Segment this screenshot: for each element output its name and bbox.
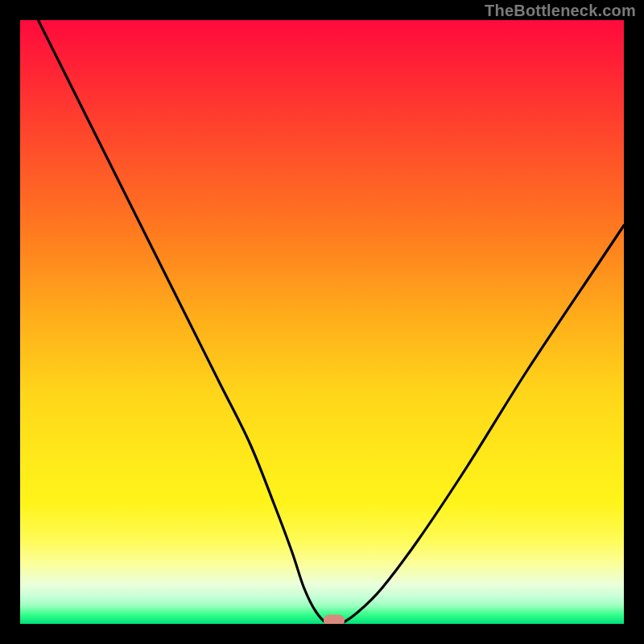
- chart-frame: TheBottleneck.com: [0, 0, 644, 644]
- watermark-text: TheBottleneck.com: [485, 2, 636, 20]
- bottleneck-curve: [20, 20, 624, 624]
- optimal-point-marker: [324, 615, 345, 624]
- plot-area: [20, 20, 624, 624]
- curve-path: [39, 20, 625, 624]
